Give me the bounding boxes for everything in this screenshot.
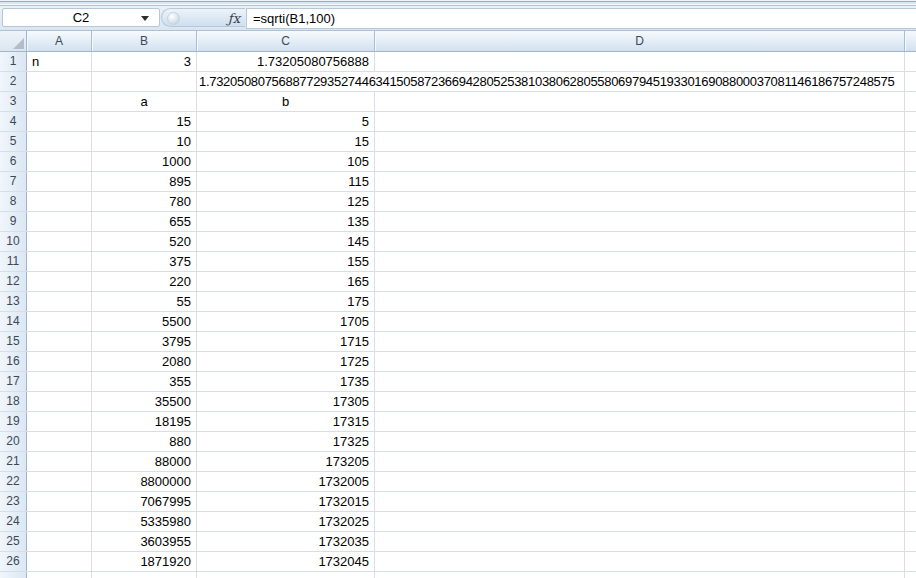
cell-E20[interactable] — [905, 432, 916, 451]
row-header-20[interactable]: 20 — [0, 432, 27, 451]
cell-D23[interactable] — [375, 492, 905, 511]
cell-E10[interactable] — [905, 232, 916, 251]
name-box-dropdown-icon[interactable] — [141, 16, 149, 21]
cell-A26[interactable] — [27, 552, 92, 571]
cell-C10[interactable]: 145 — [197, 232, 375, 251]
cell-D14[interactable] — [375, 312, 905, 331]
cell-B16[interactable]: 2080 — [92, 352, 197, 371]
cell-E3[interactable] — [905, 92, 916, 111]
cell-A4[interactable] — [27, 112, 92, 131]
row-header-26[interactable]: 26 — [0, 552, 27, 571]
cell-C8[interactable]: 125 — [197, 192, 375, 211]
cell-E14[interactable] — [905, 312, 916, 331]
row-header-13[interactable]: 13 — [0, 292, 27, 311]
cell-E18[interactable] — [905, 392, 916, 411]
cell-C19[interactable]: 17315 — [197, 412, 375, 431]
cell-C24[interactable]: 1732025 — [197, 512, 375, 531]
cell-B21[interactable]: 88000 — [92, 452, 197, 471]
row-header-11[interactable]: 11 — [0, 252, 27, 271]
cell-C14[interactable]: 1705 — [197, 312, 375, 331]
cell-B3[interactable]: a — [92, 92, 197, 111]
cell-C25[interactable]: 1732035 — [197, 532, 375, 551]
cell-C15[interactable]: 1715 — [197, 332, 375, 351]
cell-E9[interactable] — [905, 212, 916, 231]
column-header-c[interactable]: C — [197, 31, 375, 51]
cell-E6[interactable] — [905, 152, 916, 171]
cell-A17[interactable] — [27, 372, 92, 391]
row-header-7[interactable]: 7 — [0, 172, 27, 191]
cell-A15[interactable] — [27, 332, 92, 351]
cell-C13[interactable]: 175 — [197, 292, 375, 311]
cell-D19[interactable] — [375, 412, 905, 431]
cell-D8[interactable] — [375, 192, 905, 211]
cell-A13[interactable] — [27, 292, 92, 311]
row-header-12[interactable]: 12 — [0, 272, 27, 291]
cell-A14[interactable] — [27, 312, 92, 331]
cell-B18[interactable]: 35500 — [92, 392, 197, 411]
row-header-24[interactable]: 24 — [0, 512, 27, 531]
cell-B22[interactable]: 8800000 — [92, 472, 197, 491]
row-header-14[interactable]: 14 — [0, 312, 27, 331]
cell-A21[interactable] — [27, 452, 92, 471]
cell-B8[interactable]: 780 — [92, 192, 197, 211]
cell-A2[interactable] — [27, 72, 92, 91]
cell-row27[interactable] — [27, 572, 92, 578]
cell-row27[interactable] — [92, 572, 197, 578]
cell-E8[interactable] — [905, 192, 916, 211]
cell-D6[interactable] — [375, 152, 905, 171]
cell-A16[interactable] — [27, 352, 92, 371]
cell-E17[interactable] — [905, 372, 916, 391]
cell-B13[interactable]: 55 — [92, 292, 197, 311]
cell-row27-e[interactable] — [905, 572, 916, 578]
row-header-21[interactable]: 21 — [0, 452, 27, 471]
cell-D18[interactable] — [375, 392, 905, 411]
cell-B4[interactable]: 15 — [92, 112, 197, 131]
cell-E24[interactable] — [905, 512, 916, 531]
cell-C23[interactable]: 1732015 — [197, 492, 375, 511]
row-header-5[interactable]: 5 — [0, 132, 27, 151]
cell-A22[interactable] — [27, 472, 92, 491]
cell-E11[interactable] — [905, 252, 916, 271]
cell-E19[interactable] — [905, 412, 916, 431]
cell-C4[interactable]: 5 — [197, 112, 375, 131]
cell-D21[interactable] — [375, 452, 905, 471]
cell-B24[interactable]: 5335980 — [92, 512, 197, 531]
row-header-2[interactable]: 2 — [0, 72, 27, 91]
cell-D25[interactable] — [375, 532, 905, 551]
cell-E13[interactable] — [905, 292, 916, 311]
cell-E23[interactable] — [905, 492, 916, 511]
cell-A11[interactable] — [27, 252, 92, 271]
cell-E2[interactable] — [905, 72, 916, 91]
cell-C11[interactable]: 155 — [197, 252, 375, 271]
cell-B6[interactable]: 1000 — [92, 152, 197, 171]
cell-B10[interactable]: 520 — [92, 232, 197, 251]
cell-D11[interactable] — [375, 252, 905, 271]
cell-E16[interactable] — [905, 352, 916, 371]
row-header-3[interactable]: 3 — [0, 92, 27, 111]
cell-D24[interactable] — [375, 512, 905, 531]
cell-A25[interactable] — [27, 532, 92, 551]
cell-C5[interactable]: 15 — [197, 132, 375, 151]
cell-row27[interactable] — [375, 572, 905, 578]
formula-input[interactable]: =sqrti(B1,100) — [246, 8, 916, 29]
cell-D1[interactable] — [375, 52, 905, 71]
cell-C1[interactable]: 1.73205080756888 — [197, 52, 375, 71]
row-header-17[interactable]: 17 — [0, 372, 27, 391]
cell-B1[interactable]: 3 — [92, 52, 197, 71]
cell-A9[interactable] — [27, 212, 92, 231]
row-header-9[interactable]: 9 — [0, 212, 27, 231]
row-header-16[interactable]: 16 — [0, 352, 27, 371]
cell-A20[interactable] — [27, 432, 92, 451]
cell-D22[interactable] — [375, 472, 905, 491]
cell-B25[interactable]: 3603955 — [92, 532, 197, 551]
cell-C7[interactable]: 115 — [197, 172, 375, 191]
cell-E21[interactable] — [905, 452, 916, 471]
row-header-18[interactable]: 18 — [0, 392, 27, 411]
row-header-10[interactable]: 10 — [0, 232, 27, 251]
cell-row27[interactable] — [197, 572, 375, 578]
row-header-25[interactable]: 25 — [0, 532, 27, 551]
cell-A24[interactable] — [27, 512, 92, 531]
cell-A3[interactable] — [27, 92, 92, 111]
column-header-e-partial[interactable] — [905, 31, 916, 51]
cell-C9[interactable]: 135 — [197, 212, 375, 231]
